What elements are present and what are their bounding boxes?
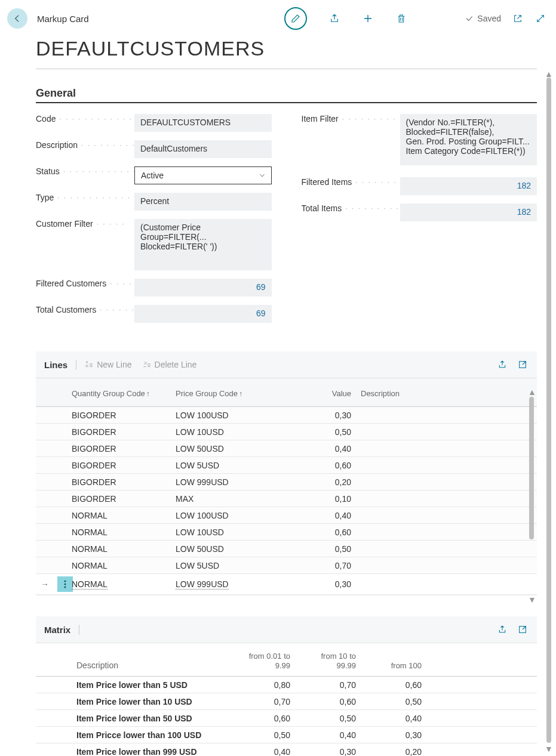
cell-value[interactable]: 0,60 xyxy=(290,525,356,539)
table-row[interactable]: Item Pricce lower than 100 USD0,500,400,… xyxy=(36,727,537,743)
customer-filter-field[interactable]: (Customer Price Group=FILTER(... Blocked… xyxy=(134,219,272,270)
cell-price[interactable]: LOW 10USD xyxy=(171,425,290,439)
cell-matrix-1[interactable]: 0,40 xyxy=(225,747,290,756)
cell-qty[interactable]: NORMAL xyxy=(69,558,171,573)
cell-matrix-1[interactable]: 0,70 xyxy=(225,697,290,706)
lines-scrollbar[interactable]: ▲ ▼ xyxy=(529,397,535,595)
cell-value[interactable]: 0,40 xyxy=(290,508,356,523)
popout-button[interactable] xyxy=(512,13,524,24)
table-row[interactable]: NORMALLOW 50USD0,50 xyxy=(36,541,537,557)
cell-matrix-2[interactable]: 0,70 xyxy=(290,680,356,690)
cell-qty[interactable]: NORMAL xyxy=(69,577,171,591)
cell-desc[interactable] xyxy=(356,446,537,451)
cell-price[interactable]: MAX xyxy=(171,492,290,506)
cell-desc[interactable] xyxy=(356,547,537,551)
cell-matrix-3[interactable]: 0,30 xyxy=(356,730,422,740)
code-field[interactable]: DEFAULTCUSTOMERS xyxy=(134,114,272,132)
cell-desc[interactable] xyxy=(356,496,537,501)
cell-value[interactable]: 0,40 xyxy=(290,442,356,456)
cell-matrix-desc[interactable]: Item Price lower than 10 USD xyxy=(69,697,225,706)
cell-desc[interactable] xyxy=(356,463,537,468)
lines-popout-button[interactable] xyxy=(517,359,529,371)
cell-matrix-3[interactable]: 0,50 xyxy=(356,697,422,706)
cell-price[interactable]: LOW 50USD xyxy=(171,542,290,556)
cell-value[interactable]: 0,30 xyxy=(290,577,356,591)
cell-qty[interactable]: BIGORDER xyxy=(69,475,171,489)
item-filter-field[interactable]: (Vendor No.=FILTER(*), Blocked=FILTER(fa… xyxy=(400,114,537,165)
new-button[interactable] xyxy=(362,13,374,24)
cell-qty[interactable]: NORMAL xyxy=(69,542,171,556)
cell-matrix-desc[interactable]: Item Pricce lower than 100 USD xyxy=(69,730,225,740)
table-row[interactable]: Item Price lower than 5 USD0,800,700,60 xyxy=(36,677,537,693)
description-field[interactable]: DefaultCustomers xyxy=(134,140,272,158)
table-row[interactable]: NORMALLOW 10USD0,60 xyxy=(36,524,537,541)
cell-matrix-1[interactable]: 0,80 xyxy=(225,680,290,690)
table-row[interactable]: Item Price lower than 999 USD0,400,300,2… xyxy=(36,743,537,756)
cell-value[interactable]: 0,70 xyxy=(290,558,356,573)
col-matrix-1[interactable]: from 0.01 to9.99 xyxy=(225,652,290,670)
cell-value[interactable]: 0,50 xyxy=(290,425,356,439)
cell-matrix-desc[interactable]: Item Price lower than 5 USD xyxy=(69,680,225,690)
filtered-customers-field[interactable]: 69 xyxy=(134,279,272,297)
share-button[interactable] xyxy=(328,13,340,24)
cell-qty[interactable]: NORMAL xyxy=(69,525,171,539)
table-row[interactable]: NORMALLOW 5USD0,70 xyxy=(36,557,537,574)
cell-value[interactable]: 0,30 xyxy=(290,408,356,422)
col-matrix-3[interactable]: from 100 xyxy=(356,661,422,671)
col-value[interactable]: Value xyxy=(290,387,356,400)
cell-desc[interactable] xyxy=(356,480,537,485)
table-row[interactable]: Item Price lower than 10 USD0,700,600,50 xyxy=(36,693,537,710)
col-desc[interactable]: Description xyxy=(356,387,537,400)
table-row[interactable]: BIGORDERMAX0,10 xyxy=(36,490,537,507)
cell-matrix-2[interactable]: 0,50 xyxy=(290,714,356,723)
cell-matrix-3[interactable]: 0,40 xyxy=(356,714,422,723)
edit-button[interactable] xyxy=(284,7,307,30)
table-row[interactable]: BIGORDERLOW 5USD0,60 xyxy=(36,457,537,474)
cell-desc[interactable] xyxy=(356,430,537,434)
cell-price[interactable]: LOW 999USD xyxy=(171,475,290,489)
new-line-button[interactable]: New Line xyxy=(85,360,131,369)
back-button[interactable] xyxy=(7,8,27,29)
matrix-popout-button[interactable] xyxy=(517,624,529,635)
cell-qty[interactable]: BIGORDER xyxy=(69,442,171,456)
col-price[interactable]: Price Group Code↑ xyxy=(171,387,290,400)
cell-matrix-3[interactable]: 0,60 xyxy=(356,680,422,690)
table-row[interactable]: BIGORDERLOW 50USD0,40 xyxy=(36,440,537,457)
cell-price[interactable]: LOW 50USD xyxy=(171,442,290,456)
scroll-thumb[interactable] xyxy=(546,78,551,743)
cell-price[interactable]: LOW 5USD xyxy=(171,458,290,473)
cell-value[interactable]: 0,50 xyxy=(290,542,356,556)
cell-desc[interactable] xyxy=(356,530,537,535)
cell-matrix-1[interactable]: 0,60 xyxy=(225,714,290,723)
cell-qty[interactable]: NORMAL xyxy=(69,508,171,523)
type-field[interactable]: Percent xyxy=(134,193,272,211)
page-scrollbar[interactable]: ▲ ▼ xyxy=(545,72,552,751)
cell-matrix-2[interactable]: 0,60 xyxy=(290,697,356,706)
matrix-share-button[interactable] xyxy=(496,624,508,635)
cell-qty[interactable]: BIGORDER xyxy=(69,408,171,422)
cell-value[interactable]: 0,20 xyxy=(290,475,356,489)
table-row[interactable]: Item Price lower than 50 USD0,600,500,40 xyxy=(36,710,537,727)
delete-line-button[interactable]: Delete Line xyxy=(143,360,197,369)
cell-desc[interactable] xyxy=(356,513,537,518)
filtered-items-field[interactable]: 182 xyxy=(400,177,537,195)
lines-share-button[interactable] xyxy=(496,359,508,371)
col-matrix-2[interactable]: from 10 to99.99 xyxy=(290,652,356,670)
cell-qty[interactable]: BIGORDER xyxy=(69,425,171,439)
cell-desc[interactable] xyxy=(356,582,537,587)
col-qty[interactable]: Quantity Group Code↑ xyxy=(69,387,171,400)
cell-price[interactable]: LOW 100USD xyxy=(171,508,290,523)
cell-value[interactable]: 0,10 xyxy=(290,492,356,506)
total-customers-field[interactable]: 69 xyxy=(134,305,272,323)
cell-price[interactable]: LOW 100USD xyxy=(171,408,290,422)
expand-button[interactable] xyxy=(535,13,546,24)
cell-price[interactable]: LOW 10USD xyxy=(171,525,290,539)
table-row[interactable]: →NORMALLOW 999USD0,30 xyxy=(36,574,537,595)
cell-matrix-2[interactable]: 0,40 xyxy=(290,730,356,740)
table-row[interactable]: BIGORDERLOW 10USD0,50 xyxy=(36,424,537,440)
cell-matrix-desc[interactable]: Item Price lower than 50 USD xyxy=(69,714,225,723)
cell-matrix-desc[interactable]: Item Price lower than 999 USD xyxy=(69,747,225,756)
cell-matrix-2[interactable]: 0,30 xyxy=(290,747,356,756)
col-matrix-desc[interactable]: Description xyxy=(69,661,225,670)
cell-price[interactable]: LOW 5USD xyxy=(171,558,290,573)
